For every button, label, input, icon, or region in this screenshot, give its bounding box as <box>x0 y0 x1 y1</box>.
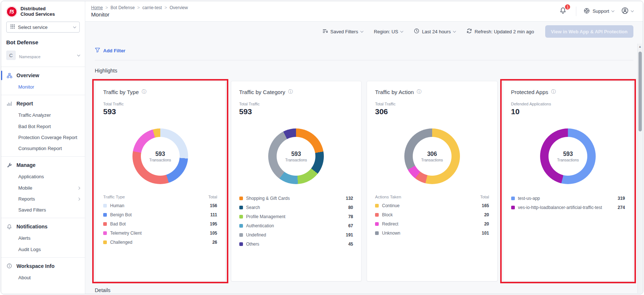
notifications-icon <box>6 224 12 229</box>
card-title-row: Traffic by Typeⓘ <box>103 89 217 95</box>
account-menu[interactable] <box>621 7 633 15</box>
refresh-icon <box>467 28 472 35</box>
chevron-down-icon <box>400 29 403 32</box>
highlights-title: Highlights <box>95 60 633 81</box>
legend-value: 105 <box>210 231 217 236</box>
scrollbar[interactable]: ▲ <box>637 44 642 293</box>
metric-label: Defended Applications <box>511 102 625 106</box>
sidebar-section-label: Workspace Info <box>16 263 55 269</box>
info-icon[interactable]: ⓘ <box>288 89 293 95</box>
legend-swatch <box>103 240 107 244</box>
legend-label: Unknown <box>382 231 478 236</box>
info-icon[interactable]: ⓘ <box>417 89 422 95</box>
sidebar-section-notifications[interactable]: Notifications <box>1 220 85 233</box>
legend-value: 111 <box>210 212 217 217</box>
legend-item: Challenged26 <box>103 238 217 247</box>
legend-label: ves-io-http-loadbalancer-artificial-traf… <box>518 205 614 210</box>
scrollbar-thumb[interactable] <box>639 52 642 131</box>
sidebar-item-monitor[interactable]: Monitor <box>1 82 85 93</box>
view-in-waap-button[interactable]: View in Web App & API Protection <box>545 25 633 38</box>
donut-center: 593Transactions <box>548 137 587 176</box>
sidebar-section-workspace-info[interactable]: Workspace Info <box>1 260 85 272</box>
divider <box>1 156 85 157</box>
chevron-down-icon <box>73 25 76 28</box>
sidebar-item-about[interactable]: About <box>1 272 85 283</box>
breadcrumb-item[interactable]: Bot Defense <box>111 5 135 10</box>
legend-label: Undefined <box>246 232 342 238</box>
sidebar-section-manage[interactable]: Manage <box>1 159 85 171</box>
legend-label: Block <box>382 212 481 217</box>
legend-swatch <box>375 213 379 217</box>
legend-swatch <box>103 204 107 208</box>
scrollbar-up-arrow[interactable]: ▲ <box>638 44 642 48</box>
donut-wrap: 306Transactions <box>404 128 460 184</box>
sidebar-item-consumption-report[interactable]: Consumption Report <box>1 143 85 154</box>
legend: Shopping & Gift Cards132Search80Profile … <box>239 194 353 249</box>
card-title: Traffic by Action <box>375 89 414 95</box>
chevron-down-icon <box>360 29 363 32</box>
sidebar-item-reports[interactable]: Reports <box>1 194 85 205</box>
legend-item: Block20 <box>375 210 489 219</box>
legend-label: Authentication <box>246 223 345 228</box>
add-filter-button[interactable]: Add Filter <box>95 48 126 54</box>
legend-swatch <box>239 197 243 200</box>
sidebar-section-report[interactable]: Report <box>1 97 85 110</box>
legend-item: Authentication67 <box>239 221 353 230</box>
legend-label: Telemetry Client <box>110 231 206 236</box>
sidebar-section-overview[interactable]: Overview <box>1 69 85 82</box>
logo: f5 Distributed Cloud Services <box>1 1 85 21</box>
card-traffic-by-type: Traffic by TypeⓘTotal Traffic593593Trans… <box>95 81 226 281</box>
sidebar-item-label: Reports <box>18 196 35 202</box>
manage-icon <box>6 163 12 168</box>
legend-value: 156 <box>210 203 217 208</box>
legend: Traffic TypeTotalHuman156Benign Bot111Ba… <box>103 194 217 247</box>
metric-label: Total Traffic <box>239 102 353 106</box>
sidebar-item-bad-bot-report[interactable]: Bad Bot Report <box>1 121 85 132</box>
select-service-label: Select service <box>18 25 48 30</box>
chevron-right-icon <box>77 186 80 189</box>
card-wrap-traffic-by-type: Traffic by TypeⓘTotal Traffic593593Trans… <box>95 81 226 281</box>
info-icon[interactable]: ⓘ <box>142 89 146 95</box>
support-menu[interactable]: Support <box>584 8 614 15</box>
card-traffic-by-action: Traffic by ActionⓘTotal Traffic306306Tra… <box>367 81 498 281</box>
refresh-button[interactable]: Refresh: Updated 2 min ago <box>467 28 534 35</box>
legend-swatch <box>239 206 243 209</box>
legend: Actions TakenTotalContinue165Block20Redi… <box>375 194 489 238</box>
breadcrumb-item[interactable]: Home <box>91 5 103 10</box>
sidebar-section-label: Overview <box>16 72 39 78</box>
sidebar-item-label: Bad Bot Report <box>18 124 51 130</box>
divider <box>576 7 576 16</box>
add-filter-row: Add Filter <box>95 41 633 60</box>
legend-item: Undefined191 <box>239 230 353 239</box>
breadcrumb-item[interactable]: Overview <box>169 5 188 10</box>
notification-badge: 1 <box>565 4 570 10</box>
donut-center-value: 593 <box>291 151 301 157</box>
sidebar-item-saved-filters[interactable]: Saved Filters <box>1 205 85 216</box>
chevron-down-icon <box>453 29 456 32</box>
sidebar-item-traffic-analyzer[interactable]: Traffic Analyzer <box>1 110 85 121</box>
sidebar-item-audit-logs[interactable]: Audit Logs <box>1 244 85 255</box>
region-dropdown[interactable]: Region: US <box>374 29 403 34</box>
namespace-selector[interactable]: C Namespace <box>1 47 85 64</box>
sidebar-item-mobile[interactable]: Mobile <box>1 183 85 194</box>
metric-label: Total Traffic <box>103 102 217 106</box>
donut-center-value: 306 <box>427 151 437 157</box>
info-icon[interactable]: ⓘ <box>551 89 556 95</box>
sidebar: f5 Distributed Cloud Services Select ser… <box>1 1 85 294</box>
donut-center-label: Transactions <box>285 158 307 162</box>
sidebar-item-alerts[interactable]: Alerts <box>1 233 85 244</box>
breadcrumb-separator: > <box>164 5 167 10</box>
breadcrumb-item[interactable]: carrie-test <box>142 5 162 10</box>
time-range-dropdown[interactable]: Last 24 hours <box>414 28 456 35</box>
sidebar-item-applications[interactable]: Applications <box>1 171 85 182</box>
divider <box>1 257 85 258</box>
sidebar-item-protection-coverage-report[interactable]: Protection Coverage Report <box>1 132 85 143</box>
notifications-bell-button[interactable]: 1 <box>557 5 569 17</box>
saved-filters-dropdown[interactable]: Saved Filters <box>323 29 363 34</box>
select-service-dropdown[interactable]: Select service <box>6 22 80 33</box>
sidebar-section-label: Manage <box>16 162 35 168</box>
donut-wrap: 593Transactions <box>268 128 324 184</box>
donut-wrap: 593Transactions <box>540 128 596 184</box>
legend-swatch <box>103 231 107 235</box>
legend-label: Search <box>246 205 345 210</box>
